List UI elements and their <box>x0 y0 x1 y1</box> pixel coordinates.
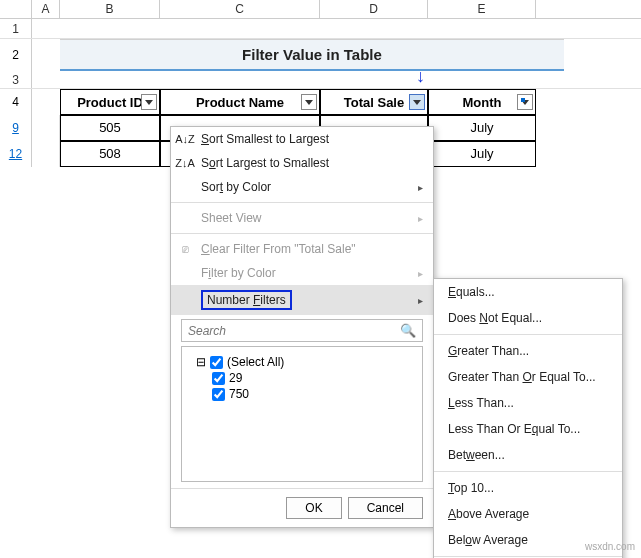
filter-top-10[interactable]: Top 10... <box>434 475 622 501</box>
filter-button-month[interactable] <box>517 94 533 110</box>
row-header-9[interactable]: 9 <box>0 115 32 141</box>
select-all-option[interactable]: ⊟(Select All) <box>196 355 416 369</box>
ok-button[interactable]: OK <box>286 497 341 519</box>
row-header-2[interactable]: 2 <box>0 39 32 71</box>
filter-option-750[interactable]: 750 <box>212 387 416 401</box>
filter-dropdown: A↓Z Sort Smallest to Largest Z↓A Sort La… <box>170 126 434 528</box>
clear-filter-icon: ⎚ <box>177 241 193 257</box>
th-total-sale: Total Sale <box>320 89 428 115</box>
number-filters-label: Number Filters <box>201 290 292 310</box>
sort-desc-icon: Z↓A <box>177 155 193 171</box>
th-product-name-label: Product Name <box>196 95 284 110</box>
filter-values-tree[interactable]: ⊟(Select All) 29 750 <box>181 346 423 482</box>
number-filters[interactable]: Number Filters <box>171 285 433 315</box>
filter-button-total-sale[interactable] <box>409 94 425 110</box>
cell-month[interactable]: July <box>428 115 536 141</box>
checkbox-29[interactable] <box>212 372 225 385</box>
col-header-d[interactable]: D <box>320 0 428 18</box>
sheet-view-label: Sheet View <box>201 211 262 225</box>
menu-separator <box>434 334 622 335</box>
collapse-icon[interactable]: ⊟ <box>196 355 206 369</box>
filter-button-product-id[interactable] <box>141 94 157 110</box>
search-input[interactable] <box>188 324 400 338</box>
cell-product-id[interactable]: 505 <box>60 115 160 141</box>
sort-asc-label: Sort Smallest to Largest <box>201 132 329 146</box>
gte-label: Greater Than Or Equal To... <box>448 370 596 384</box>
filter-less-than-or-equal[interactable]: Less Than Or Equal To... <box>434 416 622 442</box>
th-month-label: Month <box>463 95 502 110</box>
sheet-view: Sheet View <box>171 206 433 230</box>
filter-greater-than[interactable]: Greater Than... <box>434 338 622 364</box>
page-title: Filter Value in Table <box>60 39 564 71</box>
sort-desc-label: Sort Largest to Smallest <box>201 156 329 170</box>
lt-label: Less Than... <box>448 396 514 410</box>
filter-not-equal[interactable]: Does Not Equal... <box>434 305 622 331</box>
row-1: 1 <box>0 19 641 39</box>
th-product-id-label: Product ID <box>77 95 143 110</box>
row-3: 3 <box>0 71 641 89</box>
search-box[interactable]: 🔍 <box>181 319 423 342</box>
lte-label: Less Than Or Equal To... <box>448 422 580 436</box>
checkbox-750[interactable] <box>212 388 225 401</box>
button-row: OK Cancel <box>171 488 433 527</box>
cell-month[interactable]: July <box>428 141 536 167</box>
equals-label: Equals... <box>448 285 495 299</box>
select-all-checkbox[interactable] <box>210 356 223 369</box>
row-header-3[interactable]: 3 <box>0 71 32 88</box>
select-all-label: (Select All) <box>227 355 284 369</box>
filter-by-color: Filter by Color <box>171 261 433 285</box>
row-header-4[interactable]: 4 <box>0 89 32 115</box>
menu-separator <box>171 202 433 203</box>
watermark: wsxdn.com <box>585 541 635 552</box>
row-header-12[interactable]: 12 <box>0 141 32 167</box>
col-header-c[interactable]: C <box>160 0 320 18</box>
filter-equals[interactable]: Equals... <box>434 279 622 305</box>
col-header-e[interactable]: E <box>428 0 536 18</box>
table-header-row: 4 Product ID Product Name Total Sale Mon… <box>0 89 641 115</box>
filter-less-than[interactable]: Less Than... <box>434 390 622 416</box>
filter-greater-than-or-equal[interactable]: Greater Than Or Equal To... <box>434 364 622 390</box>
below-avg-label: Below Average <box>448 533 528 547</box>
search-icon: 🔍 <box>400 323 416 338</box>
column-headers: A B C D E <box>0 0 641 19</box>
cancel-button[interactable]: Cancel <box>348 497 423 519</box>
col-header-a[interactable]: A <box>32 0 60 18</box>
sort-ascending[interactable]: A↓Z Sort Smallest to Largest <box>171 127 433 151</box>
filter-button-product-name[interactable] <box>301 94 317 110</box>
sort-by-color-label: Sort by Color <box>201 180 271 194</box>
th-month: Month <box>428 89 536 115</box>
gt-label: Greater Than... <box>448 344 529 358</box>
filter-by-color-label: Filter by Color <box>201 266 276 280</box>
filter-above-average[interactable]: Above Average <box>434 501 622 527</box>
above-avg-label: Above Average <box>448 507 529 521</box>
menu-separator <box>434 471 622 472</box>
arrow-annotation <box>416 66 425 87</box>
clear-filter: ⎚ Clear Filter From "Total Sale" <box>171 237 433 261</box>
menu-separator <box>171 233 433 234</box>
option-29-label: 29 <box>229 371 242 385</box>
option-750-label: 750 <box>229 387 249 401</box>
number-filters-submenu: Equals... Does Not Equal... Greater Than… <box>433 278 623 558</box>
th-product-name: Product Name <box>160 89 320 115</box>
sort-asc-icon: A↓Z <box>177 131 193 147</box>
col-header-b[interactable]: B <box>60 0 160 18</box>
top10-label: Top 10... <box>448 481 494 495</box>
row-header-1[interactable]: 1 <box>0 19 32 38</box>
th-product-id: Product ID <box>60 89 160 115</box>
filter-between[interactable]: Between... <box>434 442 622 468</box>
sort-by-color[interactable]: Sort by Color <box>171 175 433 199</box>
filter-option-29[interactable]: 29 <box>212 371 416 385</box>
sort-descending[interactable]: Z↓A Sort Largest to Smallest <box>171 151 433 175</box>
not-equal-label: Does Not Equal... <box>448 311 542 325</box>
th-total-sale-label: Total Sale <box>344 95 404 110</box>
cell-product-id[interactable]: 508 <box>60 141 160 167</box>
title-row: 2 Filter Value in Table <box>0 39 641 71</box>
clear-filter-label: Clear Filter From "Total Sale" <box>201 242 356 256</box>
between-label: Between... <box>448 448 505 462</box>
select-all-cell[interactable] <box>0 0 32 18</box>
menu-separator <box>434 556 622 557</box>
